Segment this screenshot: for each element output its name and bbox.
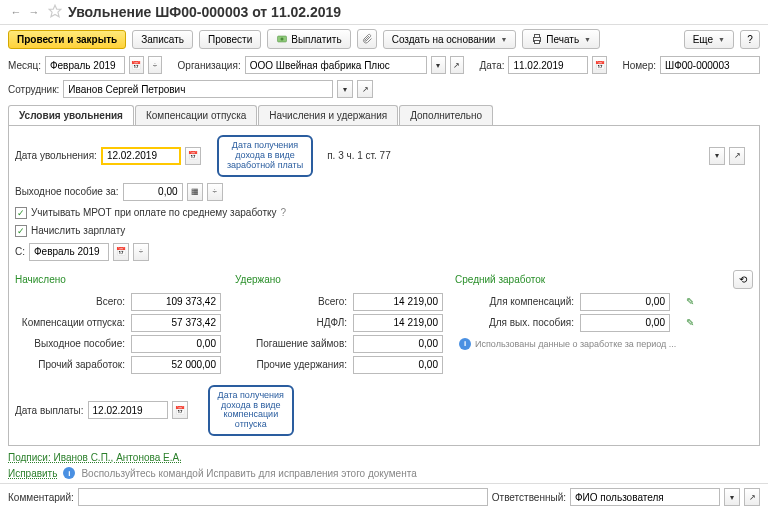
create-basis-button[interactable]: Создать на основании ▼ [383, 30, 517, 49]
severance-label: Выходное пособие за: [15, 186, 119, 197]
dismiss-date-input[interactable] [101, 147, 181, 165]
avg-header: Средний заработок [455, 274, 733, 285]
help-button[interactable]: ? [740, 30, 760, 49]
total2-label: Всего: [237, 296, 347, 307]
help-icon[interactable]: ? [281, 207, 287, 218]
favorite-star-icon[interactable] [48, 4, 64, 20]
pay-button[interactable]: Выплатить [267, 29, 350, 49]
open-icon[interactable]: ↗ [450, 56, 465, 74]
money-icon [276, 33, 288, 45]
calendar-icon[interactable]: 📅 [185, 147, 201, 165]
printer-icon [531, 33, 543, 45]
resp-input[interactable] [570, 488, 720, 506]
total-input[interactable] [131, 293, 221, 311]
from-input[interactable] [29, 243, 109, 261]
open-icon[interactable]: ↗ [729, 147, 745, 165]
severance-input[interactable] [123, 183, 183, 201]
svg-rect-4 [535, 35, 540, 38]
svg-point-2 [281, 38, 284, 41]
org-label: Организация: [178, 60, 241, 71]
number-input[interactable] [660, 56, 760, 74]
dropdown-icon[interactable]: ▾ [724, 488, 740, 506]
post-close-button[interactable]: Провести и закрыть [8, 30, 126, 49]
mrot-checkbox[interactable]: ✓ [15, 207, 27, 219]
tooltip-salary-income: Дата получения дохода в виде заработной … [217, 135, 313, 177]
from-label: С: [15, 246, 25, 257]
dropdown-icon[interactable]: ▾ [431, 56, 446, 74]
nav-fwd[interactable]: → [26, 4, 42, 20]
severance-row-label: Выходное пособие: [15, 338, 125, 349]
tab-accruals[interactable]: Начисления и удержания [258, 105, 398, 125]
more-button[interactable]: Еще ▼ [684, 30, 734, 49]
svg-marker-0 [49, 5, 61, 17]
tab-additional[interactable]: Дополнительно [399, 105, 493, 125]
comp-label: Для компенсаций: [459, 296, 574, 307]
calendar-icon[interactable]: 📅 [592, 56, 607, 74]
ndfl-label: НДФЛ: [237, 317, 347, 328]
payout-date-input[interactable] [88, 401, 168, 419]
comment-label: Комментарий: [8, 492, 74, 503]
refresh-icon: ⟲ [739, 274, 747, 285]
page-title: Увольнение ШФ00-000003 от 11.02.2019 [68, 4, 341, 20]
payout-date-label: Дата выплаты: [15, 405, 84, 416]
emp-label: Сотрудник: [8, 84, 59, 95]
comp-vac-input[interactable] [131, 314, 221, 332]
calendar-icon[interactable]: 📅 [113, 243, 129, 261]
save-button[interactable]: Записать [132, 30, 193, 49]
org-input[interactable] [245, 56, 427, 74]
chevron-down-icon: ▼ [718, 36, 725, 43]
tab-compensations[interactable]: Компенсации отпуска [135, 105, 257, 125]
calendar-icon[interactable]: 📅 [172, 401, 188, 419]
calc-icon[interactable]: ▦ [187, 183, 203, 201]
signatures-link[interactable]: Подписи: Иванов С.П., Антонова Е.А. [8, 452, 182, 463]
open-icon[interactable]: ↗ [357, 80, 373, 98]
refresh-button[interactable]: ⟲ [733, 270, 753, 289]
stepper-icon[interactable]: ÷ [148, 56, 163, 74]
tooltip-comp-income: Дата получения дохода в виде компенсации… [208, 385, 294, 437]
stepper-icon[interactable]: ÷ [207, 183, 223, 201]
withheld-total-input[interactable] [353, 293, 443, 311]
svg-rect-5 [535, 41, 540, 44]
ndfl-input[interactable] [353, 314, 443, 332]
other-w-input[interactable] [353, 356, 443, 374]
other-input[interactable] [131, 356, 221, 374]
stepper-icon[interactable]: ÷ [133, 243, 149, 261]
loans-input[interactable] [353, 335, 443, 353]
dismiss-date-label: Дата увольнения: [15, 150, 97, 161]
accrued-header: Начислено [15, 274, 235, 285]
fix-link[interactable]: Исправить [8, 468, 57, 479]
edit-pencil-icon[interactable]: ✎ [686, 317, 706, 328]
other-w-label: Прочие удержания: [237, 359, 347, 370]
info-icon[interactable]: i [63, 467, 75, 479]
tab-conditions[interactable]: Условия увольнения [8, 105, 134, 125]
print-button[interactable]: Печать ▼ [522, 29, 600, 49]
edit-pencil-icon[interactable]: ✎ [686, 296, 706, 307]
comment-input[interactable] [78, 488, 488, 506]
nav-back[interactable]: ← [8, 4, 24, 20]
attach-button[interactable] [357, 29, 377, 49]
month-input[interactable] [45, 56, 125, 74]
mrot-label: Учитывать МРОТ при оплате по среднему за… [31, 207, 277, 218]
employee-input[interactable] [63, 80, 333, 98]
total-label: Всего: [15, 296, 125, 307]
info-icon[interactable]: i [459, 338, 471, 350]
sev-input[interactable] [580, 314, 670, 332]
paperclip-icon [361, 33, 373, 45]
other-label: Прочий заработок: [15, 359, 125, 370]
date-label: Дата: [480, 60, 505, 71]
comp-vac-label: Компенсации отпуска: [15, 317, 125, 328]
comp-input[interactable] [580, 293, 670, 311]
accrue-label: Начислить зарплату [31, 225, 125, 236]
num-label: Номер: [622, 60, 656, 71]
accrue-checkbox[interactable]: ✓ [15, 225, 27, 237]
dropdown-icon[interactable]: ▾ [709, 147, 725, 165]
severance-row-input[interactable] [131, 335, 221, 353]
open-icon[interactable]: ↗ [744, 488, 760, 506]
post-button[interactable]: Провести [199, 30, 261, 49]
basis-suffix: п. 3 ч. 1 ст. 77 [327, 150, 391, 161]
dropdown-icon[interactable]: ▾ [337, 80, 353, 98]
chevron-down-icon: ▼ [584, 36, 591, 43]
resp-label: Ответственный: [492, 492, 566, 503]
date-input[interactable] [508, 56, 588, 74]
calendar-icon[interactable]: 📅 [129, 56, 144, 74]
